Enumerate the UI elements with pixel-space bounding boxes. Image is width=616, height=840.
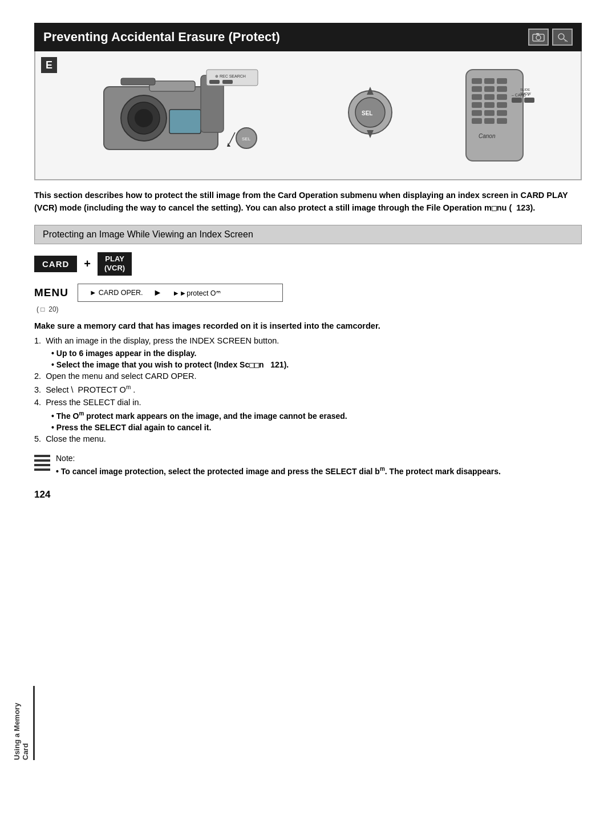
bold-instruction: Make sure a memory card that has images … [34,321,582,330]
svg-rect-40 [472,110,482,116]
diagram-section: E [34,51,582,180]
svg-rect-43 [472,118,482,124]
remote-svg-wrap: Canon – CARD + SLIDE SHOW [432,67,557,164]
note-section: Note: • To cancel image protection, sele… [34,454,582,478]
menu-row: MENU ► CARD OPER. ► ►►protect Oᵐ [34,284,582,302]
svg-rect-45 [497,118,507,124]
step-4b: • Press the SELECT dial again to cancel … [51,423,582,432]
steps-section: 1. With an image in the display, press t… [34,336,582,443]
step-1a: • Up to 6 images appear in the display. [51,349,582,358]
svg-rect-33 [497,86,507,92]
svg-rect-36 [497,94,507,100]
camera-svg-wrap: ⊕ REC SEARCH SEL [59,64,308,167]
svg-rect-34 [472,94,482,100]
svg-rect-11 [149,81,195,91]
page-container: Preventing Accidental Erasure (Protect) [0,0,616,840]
svg-rect-30 [497,78,507,84]
card-play-row: CARD + PLAY (VCR) [34,252,582,276]
select-dial-svg: SEL [342,81,399,150]
select-dial-wrap: SEL [308,81,432,150]
remote-svg: Canon – CARD + SLIDE SHOW [437,67,552,164]
svg-rect-35 [484,94,495,100]
svg-point-3 [558,34,564,39]
step-1b: • Select the image that you wish to prot… [51,360,582,369]
play-vcr-button: PLAY (VCR) [98,252,132,276]
card-button: CARD [34,256,77,272]
svg-rect-13 [121,78,155,85]
svg-rect-28 [472,78,482,84]
note-label: Note: [56,454,501,463]
svg-line-20 [229,132,235,144]
svg-rect-17 [222,80,233,84]
svg-point-1 [536,35,541,40]
camera-svg: ⊕ REC SEARCH SEL [92,64,275,167]
svg-rect-29 [484,78,495,84]
step-4a: • The Om protect mark appears on the ima… [51,410,582,421]
svg-rect-32 [484,86,495,92]
svg-rect-31 [472,86,482,92]
svg-rect-42 [497,110,507,116]
note-content: Note: • To cancel image protection, sele… [56,454,501,478]
key-icon-small [552,29,573,46]
step-3: 3. Select \ PROTECT Om . [34,384,582,394]
note-lines-icon [34,454,50,478]
svg-text:Canon: Canon [479,133,496,139]
page-number: 124 [34,489,582,500]
svg-text:SEL: SEL [242,136,251,142]
svg-rect-38 [484,102,495,108]
title-bar: Preventing Accidental Erasure (Protect) [34,23,582,51]
svg-text:⊕ REC SEARCH: ⊕ REC SEARCH [215,74,246,78]
svg-rect-2 [536,33,539,35]
svg-text:SEL: SEL [362,110,372,116]
svg-text:SHOW: SHOW [520,92,531,95]
step-2: 2. Open the menu and select CARD OPER. [34,371,582,381]
page-ref-line: ( □ 20) [34,305,582,313]
page-title: Preventing Accidental Erasure (Protect) [43,30,280,45]
note-text: • To cancel image protection, select the… [56,465,501,478]
section-e-badge: E [41,57,57,73]
svg-rect-37 [472,102,482,108]
menu-box: ► CARD OPER. ► ►►protect Oᵐ [78,284,283,302]
title-icons [528,29,573,46]
svg-rect-41 [484,110,495,116]
svg-point-9 [135,109,153,127]
step-4: 4. Press the SELECT dial in. [34,398,582,407]
sidebar-label: Using a Memory Card [13,686,35,760]
menu-label: MENU [34,286,68,299]
intro-text: This section describes how to protect th… [34,189,582,215]
menu-item-2: ►►protect Oᵐ [172,289,220,297]
svg-text:SLIDE: SLIDE [520,88,530,91]
svg-rect-39 [497,102,507,108]
step-5: 5. Close the menu. [34,434,582,443]
camera-diagram: ⊕ REC SEARCH SEL SEL [42,58,574,172]
svg-rect-44 [484,118,495,124]
step-1: 1. With an image in the display, press t… [34,336,582,345]
svg-rect-50 [512,98,522,103]
svg-rect-10 [169,110,201,134]
menu-arrow: ► [153,288,163,298]
camera-icon-small [528,29,549,46]
menu-item-1: ► CARD OPER. [90,289,143,297]
svg-rect-51 [524,98,534,103]
svg-rect-16 [209,80,220,84]
section-heading: Protecting an Image While Viewing an Ind… [34,225,582,244]
plus-sign: + [84,257,91,270]
